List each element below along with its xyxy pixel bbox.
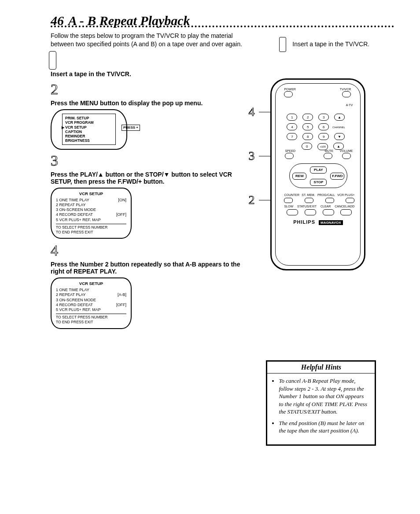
remote-power-button — [284, 91, 293, 97]
remote-key-5: 5 — [302, 123, 313, 130]
remote-label-channel: CHANNEL — [332, 126, 345, 129]
remote-callout-4: 4 — [248, 105, 254, 119]
remote-label-volume: VOLUME — [340, 149, 353, 152]
remote-label-atv: A·TV — [346, 104, 353, 107]
setup-footer: TO SELECT PRESS NUMBER — [56, 315, 126, 320]
side-step-1: Insert a tape in the TV/VCR. — [279, 37, 394, 52]
remote-mute-button — [324, 153, 332, 159]
remote-row2-labels: SLOW STATUS/EXIT CLEAR CANCEL/ADD — [284, 205, 354, 208]
remote-key-8: 8 — [302, 133, 313, 140]
remote-key-1: 1 — [287, 114, 297, 121]
menu-item: REMINDER — [65, 134, 113, 138]
menu-item: VCR PROGRAM — [65, 120, 113, 125]
remote-callout-3: 3 — [248, 149, 254, 163]
remote-menu-button — [287, 209, 298, 215]
remote-illustration: POWER TV/VCR A·TV 1 2 3 ▲ 4 5 6 CHANNEL — [270, 78, 365, 270]
side-step-1-icon — [279, 37, 286, 52]
remote-label-power: POWER — [284, 88, 295, 91]
remote-callout-2: 2 — [248, 193, 254, 207]
remote-key-7: 7 — [287, 133, 297, 140]
popup-menu-screen: ▶ PRIM. SETUP VCR PROGRAM VCR SETUP CAPT… — [51, 109, 127, 150]
remote-small-button — [284, 198, 293, 203]
remote-key-9: 9 — [318, 133, 329, 140]
remote-small-button — [346, 198, 354, 203]
remote-key-2: 2 — [302, 114, 313, 121]
hint-item: To cancel A-B Repeat Play mode, follow s… — [279, 377, 369, 416]
remote-ffwd-button: F.FWD — [330, 173, 344, 180]
side-step-1-text: Insert a tape in the TV/VCR. — [292, 41, 369, 48]
remote-rew-button: REW — [292, 173, 306, 180]
remote-key-0: 0 — [302, 143, 312, 150]
remote-key-4: 4 — [287, 123, 297, 130]
remote-small-button — [305, 198, 313, 203]
setup-footer: TO SELECT PRESS NUMBER — [56, 225, 126, 230]
remote-row2-buttons — [287, 209, 352, 215]
remote-small-button — [323, 209, 334, 215]
remote-key-vol-up: ▲ — [333, 143, 344, 150]
helpful-hints-title: Helpful Hints — [267, 362, 375, 373]
hint-item: The end position (B) must be later on th… — [279, 419, 369, 435]
helpful-hints-box: Helpful Hints To cancel A-B Repeat Play … — [266, 360, 376, 446]
step-1-text: Insert a tape in the TV/VCR. — [51, 70, 244, 78]
remote-brand-name: PHILIPS — [293, 219, 315, 225]
remote-small-button — [305, 209, 316, 215]
step-3-number: 3 — [51, 152, 58, 169]
remote-tvvcr-button — [342, 91, 351, 97]
remote-vol-button — [342, 153, 351, 159]
remote-key-6: 6 — [318, 123, 329, 130]
step-1-number — [51, 52, 55, 69]
remote-brand-sub: MAGNAVOX — [319, 220, 343, 225]
remote-keypad: 1 2 3 ▲ 4 5 6 CHANNEL 7 8 9 ▼ 0 — [285, 112, 351, 152]
vcr-setup-screen-a: VCR SETUP 1 ONE TIME PLAY[ON] 2 REPEAT P… — [51, 188, 132, 239]
step-3-text: Press the PLAY/▲ button or the STOP/▼ bu… — [51, 171, 244, 185]
popup-menu-box: ▶ PRIM. SETUP VCR PROGRAM VCR SETUP CAPT… — [62, 114, 116, 145]
remote-label-mute: MUTE — [324, 149, 333, 152]
setup-footer: TO END PRESS EXIT — [56, 230, 126, 235]
remote-play-button: PLAY — [310, 166, 327, 174]
menu-item: VCR SETUP — [65, 125, 113, 129]
page-number: 46 — [51, 13, 64, 28]
press-plus-label: PRESS + — [122, 125, 140, 131]
remote-small-button — [340, 209, 352, 215]
remote-brand: PHILIPS MAGNAVOX — [272, 219, 364, 225]
page-title: A - B Repeat Playback — [68, 13, 190, 28]
remote-key-ch-down: ▼ — [334, 133, 345, 140]
remote-label-speed: SPEED — [285, 149, 295, 152]
step-2-text: Press the MENU button to display the pop… — [51, 100, 244, 107]
remote-speed-button — [285, 153, 294, 159]
vcr-setup-heading: VCR SETUP — [56, 281, 126, 286]
menu-item: CAPTION — [65, 129, 113, 134]
step-4-number: 4 — [51, 242, 58, 259]
remote-small-button — [325, 198, 334, 203]
vcr-setup-screen-b: VCR SETUP 1 ONE TIME PLAY 2 REPEAT PLAY[… — [51, 277, 132, 329]
remote-stop-button: STOP — [310, 179, 327, 186]
remote-transport: PLAY REW F.FWD STOP — [289, 163, 347, 188]
remote-row-buttons — [284, 198, 354, 203]
remote-row-labels: COUNTER ST. MEM. PROG/CALL VCR PLUS+ — [284, 193, 354, 196]
remote-key-ch-up: ▲ — [334, 114, 345, 121]
remote-key-3: 3 — [318, 114, 329, 121]
intro-text: Follow the steps below to program the TV… — [51, 32, 244, 48]
setup-footer: TO END PRESS EXIT — [56, 320, 126, 325]
step-2-number: 2 — [51, 81, 58, 98]
remote-label-tvvcr: TV/VCR — [340, 88, 351, 91]
step-4-text: Press the Number 2 button repeatedly so … — [51, 261, 244, 275]
menu-item: PRIM. SETUP — [65, 116, 113, 120]
menu-item: BRIGHTNESS — [65, 138, 113, 143]
vcr-setup-heading: VCR SETUP — [56, 191, 126, 196]
